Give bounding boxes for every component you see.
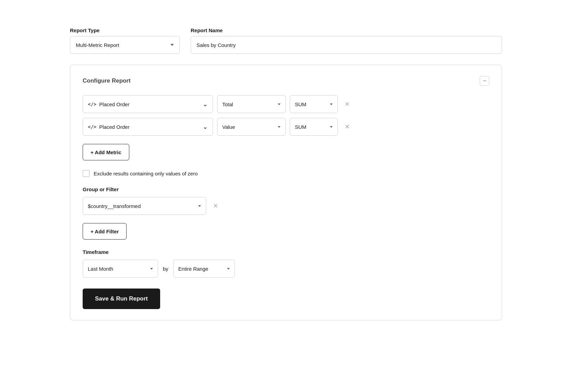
filter-remove-button[interactable]: ✕ (210, 201, 221, 210)
collapse-button[interactable]: − (480, 76, 489, 86)
metric-2-event-select[interactable]: </> Placed Order ⌄ (83, 118, 213, 136)
metric-1-chevron-icon: ⌄ (203, 100, 208, 108)
report-name-label: Report Name (191, 27, 502, 33)
metric-2-remove-button[interactable]: ✕ (342, 122, 353, 131)
metric-1-agg-select[interactable]: SUM (290, 95, 338, 113)
metric-1-remove-button[interactable]: ✕ (342, 100, 353, 109)
report-type-chevron-icon (170, 44, 174, 46)
metric-2-agg-value: SUM (295, 124, 306, 130)
timeframe-row: Last Month by Entire Range (83, 260, 489, 278)
group-filter-label: Group or Filter (83, 186, 489, 192)
filter-select[interactable]: $country__transformed (83, 197, 206, 215)
metric-2-event-label: Placed Order (99, 124, 200, 130)
report-name-group: Report Name (191, 27, 502, 54)
report-type-label: Report Type (70, 27, 180, 33)
report-type-group: Report Type Multi-Metric Report (70, 27, 180, 54)
metric-1-agg-value: SUM (295, 101, 306, 107)
report-type-select[interactable]: Multi-Metric Report (70, 36, 180, 54)
metric-2-agg-chevron-icon (330, 126, 333, 128)
report-type-value: Multi-Metric Report (76, 42, 119, 48)
add-metric-button[interactable]: + Add Metric (83, 144, 129, 160)
metric-2-field-select[interactable]: Value (217, 118, 286, 136)
top-row: Report Type Multi-Metric Report Report N… (70, 27, 502, 54)
metric-1-code-icon: </> (88, 101, 96, 107)
page-container: Report Type Multi-Metric Report Report N… (70, 14, 502, 334)
metric-row-2: </> Placed Order ⌄ Value SUM ✕ (83, 118, 489, 136)
metric-2-agg-select[interactable]: SUM (290, 118, 338, 136)
metric-2-code-icon: </> (88, 124, 96, 130)
range-chevron-icon (227, 268, 230, 270)
metric-1-field-select[interactable]: Total (217, 95, 286, 113)
configure-panel: Configure Report − </> Placed Order ⌄ To… (70, 65, 502, 320)
filter-row-1: $country__transformed ✕ (83, 197, 489, 215)
timeframe-chevron-icon (150, 268, 153, 270)
metric-1-agg-chevron-icon (330, 103, 333, 105)
range-select[interactable]: Entire Range (173, 260, 235, 278)
save-run-button[interactable]: Save & Run Report (83, 289, 160, 309)
exclude-zeros-checkbox[interactable] (83, 170, 90, 177)
collapse-icon: − (483, 78, 486, 84)
timeframe-select[interactable]: Last Month (83, 260, 158, 278)
range-value: Entire Range (178, 266, 208, 272)
metric-1-event-label: Placed Order (99, 101, 200, 107)
timeframe-label: Timeframe (83, 249, 489, 255)
exclude-zeros-label: Exclude results containing only values o… (94, 171, 198, 176)
filter-value: $country__transformed (88, 203, 141, 209)
metric-1-field-chevron-icon (278, 103, 281, 105)
metric-1-field-value: Total (222, 101, 233, 107)
configure-title: Configure Report (83, 77, 131, 84)
report-name-input[interactable] (191, 36, 502, 54)
metric-row-1: </> Placed Order ⌄ Total SUM ✕ (83, 95, 489, 113)
metric-1-event-select[interactable]: </> Placed Order ⌄ (83, 95, 213, 113)
metric-2-field-value: Value (222, 124, 235, 130)
add-filter-button[interactable]: + Add Filter (83, 223, 127, 240)
configure-header: Configure Report − (83, 76, 489, 86)
metric-2-field-chevron-icon (278, 126, 281, 128)
exclude-zeros-row: Exclude results containing only values o… (83, 170, 489, 177)
filter-chevron-icon (198, 205, 201, 207)
metric-2-chevron-icon: ⌄ (203, 123, 208, 131)
by-label: by (163, 266, 168, 272)
timeframe-value: Last Month (88, 266, 113, 272)
